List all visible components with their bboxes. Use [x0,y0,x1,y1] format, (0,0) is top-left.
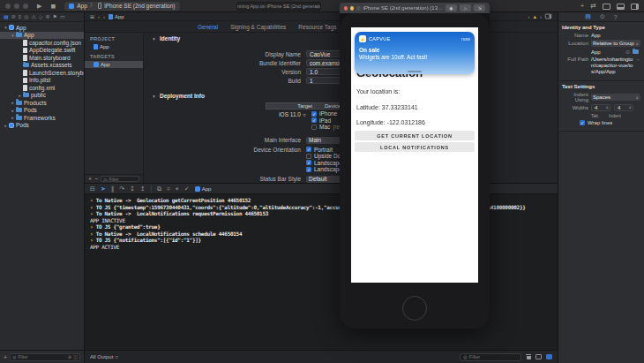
get-current-location-button[interactable]: GET CURRENT LOCATION [355,131,475,140]
simulate-location-icon[interactable]: ✓ [184,185,190,193]
debug-gauge-icon[interactable]: ⊚ [45,12,49,22]
simulator-title-bar[interactable]: iPhone SE (2nd generation) (13… ◉⌂⇲ [340,3,490,13]
close-right-panel-icon[interactable] [545,14,551,19]
wrap-lines-checkbox[interactable]: ✓ [580,120,585,125]
recent-files-icon[interactable]: ◫ [73,354,78,359]
console-scope-selector[interactable]: All Output ≎ [90,354,118,359]
forward-icon[interactable]: › [103,14,105,19]
step-out-icon[interactable]: ↥ [140,185,146,193]
iphone-screen[interactable]: Geolocation Your location is: Latitude: … [351,27,478,283]
target-item-app[interactable]: App [85,61,143,68]
next-issue-icon[interactable]: › [540,14,542,19]
device-ipad-checkbox[interactable]: ✓ [311,117,317,123]
navigator-filter-field[interactable]: ◎ Filter ⊗ ◫ [10,353,80,361]
show-variables-view-icon[interactable] [535,354,542,359]
deployment-target-dropdown[interactable]: iOS 11.0 ≎ [151,110,306,131]
navigator-item-pods[interactable]: ▸Pods [0,107,84,115]
project-item[interactable]: App [85,43,143,50]
console-filter-field[interactable]: ◎ Filter [460,353,521,361]
source-control-icon[interactable]: ⊘ [11,12,16,22]
close-simulator-button[interactable] [344,6,348,11]
orientation-landscape-right-checkbox[interactable]: ✓ [306,167,311,172]
close-window-button[interactable] [5,4,11,9]
run-button[interactable]: ▶ [37,3,41,9]
minimize-simulator-button[interactable] [350,6,354,11]
step-over-icon[interactable]: ↷ [119,185,124,193]
clear-console-icon[interactable] [526,354,531,359]
disclosure-triangle-icon[interactable]: ▾ [10,33,16,38]
navigator-item-info-plist[interactable]: Info.plist [0,77,84,85]
disclosure-triangle-icon[interactable]: ▸ [10,115,16,120]
disclosure-triangle-icon[interactable]: ▸ [17,93,23,98]
related-items-icon[interactable]: ⊞ [90,13,94,19]
disclosure-triangle-icon[interactable]: ▸ [10,100,16,105]
indent-width-stepper[interactable]: 4≎ [614,104,633,111]
code-review-icon[interactable]: ⇄ [590,2,596,11]
process-chip[interactable]: App [195,186,212,192]
navigator-item-assets-xcassets[interactable]: Assets.xcassets [0,62,84,70]
file-inspector-icon[interactable]: ▤ [585,13,591,20]
zoom-simulator-button[interactable] [356,6,360,11]
choose-folder-icon[interactable] [633,49,639,54]
show-console-view-icon[interactable] [546,354,552,359]
navigator-item-frameworks[interactable]: ▸Frameworks [0,114,84,122]
scheme-selector[interactable]: App 〉 iPhone SE (2nd generation) [64,2,179,11]
orientation-portrait-checkbox[interactable]: ✓ [306,147,311,152]
home-button-ring[interactable] [402,296,427,321]
add-file-button[interactable]: + [4,354,7,360]
indent-using-dropdown[interactable]: Spaces ≎ [591,94,640,101]
navigator-item-capacitor-config-json[interactable]: capacitor.config.json [0,39,84,47]
targets-filter-field[interactable]: ◎ Filter [101,176,139,182]
notification-grabber[interactable] [408,71,422,72]
tab-signing-capabilities[interactable]: Signing & Capabilities [230,24,286,30]
step-into-icon[interactable]: ↧ [130,185,135,193]
environment-overrides-icon[interactable]: ⌖ [176,185,179,193]
tab-width-stepper[interactable]: 4≎ [591,104,610,111]
disclosure-triangle-icon[interactable]: ▸ [10,108,16,113]
clear-filter-icon[interactable]: ⊗ [68,354,71,359]
show-inspectors-button[interactable] [631,4,639,10]
navigator-item-public[interactable]: ▸public [0,92,84,100]
issues-icon[interactable]: ⚠ [31,12,35,22]
zoom-window-button[interactable] [23,4,28,9]
tab-resource-tags[interactable]: Resource Tags [298,24,336,30]
simulator-window[interactable]: iPhone SE (2nd generation) (13… ◉⌂⇲ Geol… [340,3,490,329]
navigator-item-app[interactable]: ▾App [0,24,84,32]
navigator-item-pods[interactable]: ▸Pods [0,122,84,130]
breakpoints-enabled-icon[interactable]: ➤ [101,185,106,193]
back-icon[interactable]: ‹ [98,14,100,19]
stop-button[interactable]: ◼ [50,3,56,9]
reset-location-icon[interactable]: ⊙ [625,49,630,55]
previous-issue-icon[interactable]: ‹ [528,14,530,19]
disclosure-triangle-icon[interactable]: ▸ [3,123,9,128]
screenshot-button[interactable]: ◉ [446,4,457,11]
jump-bar-file[interactable]: App [109,14,124,19]
navigator-item-products[interactable]: ▸Products [0,99,84,107]
navigator-item-main-storyboard[interactable]: Main.storyboard [0,54,84,62]
project-navigator-icon[interactable]: ▤ [4,12,9,22]
orientation-landscape-left-checkbox[interactable]: ✓ [306,160,311,165]
view-hierarchy-icon[interactable]: ⧉ [157,185,161,193]
location-dropdown[interactable]: Relative to Group ≎ [591,40,640,47]
symbols-icon[interactable]: ≡ [19,12,22,22]
home-button[interactable]: ⌂ [460,4,471,11]
breakpoints-icon[interactable]: ⚑ [53,12,57,22]
navigator-item-config-xml[interactable]: config.xml [0,84,84,92]
notification-banner[interactable]: ⚡ CAPVUE now On sale Widgets are 10off. … [355,32,475,74]
history-inspector-icon[interactable]: ⊙ [600,13,605,20]
editor-only-layout-button[interactable] [603,4,610,10]
remove-target-button[interactable]: − [94,176,98,182]
add-target-button[interactable]: + [88,176,92,182]
tab-general[interactable]: General [198,24,218,30]
orientation-upside-down-checkbox[interactable] [306,154,311,159]
pause-icon[interactable]: ∥ [111,185,115,193]
device-mac-checkbox[interactable] [311,125,317,130]
save-button[interactable]: ⇲ [474,4,485,11]
quick-help-inspector-icon[interactable]: ? [614,14,618,20]
warning-icon[interactable]: ▲ [533,14,537,19]
tests-icon[interactable]: ◇ [39,12,43,22]
navigator-item-launchscreen-storyboard[interactable]: LaunchScreen.storyboard [0,69,84,77]
open-in-finder-icon[interactable]: → [635,57,640,62]
memory-graph-icon[interactable]: ⌗ [167,185,170,193]
library-add-icon[interactable]: + [580,2,585,11]
